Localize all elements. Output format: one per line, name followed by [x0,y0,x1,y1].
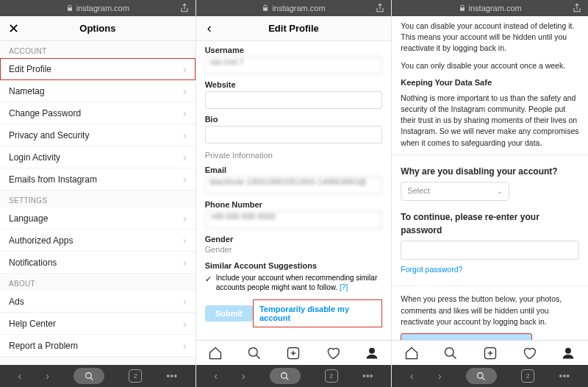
chevron-right-icon: › [183,213,187,224]
tab-activity[interactable] [326,346,340,361]
section-header-account: ACCOUNT [0,41,196,58]
row-nametag[interactable]: Nametag› [0,80,196,102]
more-icon[interactable]: ••• [166,370,177,382]
submit-button[interactable]: Submit [205,305,253,322]
tab-profile[interactable] [561,346,576,361]
back-button[interactable]: ‹ [202,21,217,36]
forward-icon[interactable]: › [46,370,49,382]
username-input[interactable]: rae.mel.7 [205,57,383,74]
tab-home[interactable] [208,346,223,361]
bio-input[interactable] [205,126,383,143]
chevron-right-icon: › [183,257,187,269]
page-title: Options [0,23,196,34]
share-icon[interactable] [375,3,385,13]
tab-home[interactable] [404,346,419,361]
chevron-right-icon: › [183,85,187,97]
share-icon[interactable] [572,3,582,13]
screen-disable-account: instagram.com You can disable your accou… [392,0,588,387]
row-help-center[interactable]: Help Center› [0,313,196,335]
private-info-label: Private Information [205,151,383,160]
address-bar: instagram.com [0,0,196,16]
share-icon[interactable] [179,3,190,13]
gender-value[interactable]: Gender [205,245,383,254]
reason-select[interactable]: Select⌄ [401,182,509,201]
row-privacy[interactable]: Privacy and Security› [0,124,196,146]
disable-account-button[interactable]: Temporarily Disable Account [401,333,532,340]
tabs-button[interactable]: 2 [521,369,534,383]
why-label: Why are you disabling your account? [401,166,579,178]
browser-toolbar: ‹ › 2 ••• [392,365,588,387]
website-label: Website [205,80,383,89]
email-input[interactable]: blackhole-10001868335189S-149863883@ [205,177,383,194]
username-label: Username [205,46,383,54]
search-button[interactable] [466,368,497,384]
svg-point-0 [85,372,91,378]
tab-create[interactable] [286,346,301,361]
address-domain: instagram.com [469,4,522,13]
lock-icon [66,4,74,12]
row-language[interactable]: Language› [0,207,196,230]
forward-icon[interactable]: › [438,370,442,382]
confirm-text: When you press the button below, your ph… [401,294,579,327]
row-emails[interactable]: Emails from Instagram› [0,168,196,191]
nav-header: ✕ Options [0,16,196,41]
phone-input[interactable]: +88 000 000 0000 [205,211,383,229]
website-input[interactable] [205,91,383,109]
chevron-right-icon: › [183,235,187,246]
row-authorized-apps[interactable]: Authorized Apps› [0,230,196,252]
tab-bar [392,340,588,365]
section-header-settings: SETTINGS [0,191,196,207]
svg-line-9 [286,377,288,380]
include-account-checkbox[interactable]: ✓ Include your account when recommending… [205,273,383,292]
nav-header: ‹ Edit Profile [196,16,392,41]
learn-more-link[interactable]: [?] [340,283,348,291]
tab-search[interactable] [247,346,262,361]
browser-toolbar: ‹ › 2 ••• [196,365,392,387]
row-ads[interactable]: Ads› [0,291,196,313]
row-notifications[interactable]: Notifications› [0,252,196,274]
intro-text-2: You can only disable your account once a… [401,60,579,71]
lock-icon [459,4,466,12]
disable-account-link[interactable]: Temporarily disable my account [253,299,382,327]
gender-label: Gender [205,235,383,244]
close-button[interactable]: ✕ [6,21,21,36]
svg-line-11 [453,355,456,358]
forgot-password-link[interactable]: Forgot password? [401,264,579,275]
svg-point-15 [566,348,571,353]
chevron-left-icon: ‹ [207,21,212,36]
more-icon[interactable]: ••• [362,370,373,382]
row-edit-profile[interactable]: Edit Profile› [0,58,196,80]
chevron-down-icon: ⌄ [497,187,503,196]
search-button[interactable] [270,368,301,384]
svg-line-17 [483,377,485,380]
search-button[interactable] [74,368,104,384]
row-report-problem[interactable]: Report a Problem› [0,335,196,357]
svg-line-1 [90,377,93,380]
tab-activity[interactable] [522,346,537,361]
forward-icon[interactable]: › [242,370,245,382]
svg-point-7 [369,348,374,353]
back-icon[interactable]: ‹ [410,370,414,382]
page-title: Edit Profile [196,23,392,34]
chevron-right-icon: › [183,107,187,119]
tab-create[interactable] [483,346,498,361]
tabs-button[interactable]: 2 [129,369,142,383]
row-login-activity[interactable]: Login Activity› [0,146,196,168]
data-safe-text: Nothing is more important to us than the… [401,93,579,149]
tab-search[interactable] [443,346,458,361]
back-icon[interactable]: ‹ [214,370,218,382]
more-icon[interactable]: ••• [559,370,570,382]
email-label: Email [205,166,383,174]
section-header-about: ABOUT [0,274,196,291]
password-input[interactable] [401,241,579,260]
tab-profile[interactable] [365,346,379,361]
address-domain: instagram.com [76,4,129,13]
row-change-password[interactable]: Change Password› [0,102,196,124]
screen-edit-profile: instagram.com ‹ Edit Profile Username ra… [196,0,392,387]
divider [392,155,588,155]
back-icon[interactable]: ‹ [18,370,22,382]
bio-label: Bio [205,115,383,124]
close-icon: ✕ [8,21,19,37]
similar-label: Similar Account Suggestions [205,261,383,270]
tabs-button[interactable]: 2 [325,369,338,383]
